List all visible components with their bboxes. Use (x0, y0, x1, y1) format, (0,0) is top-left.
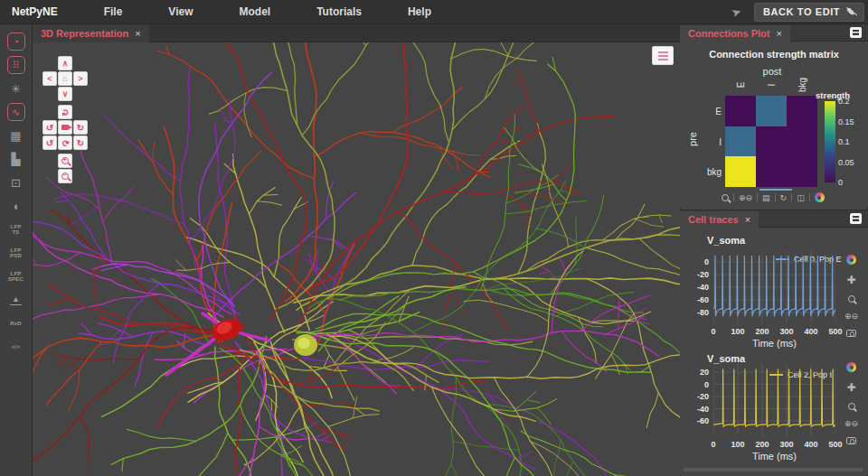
connection-heatmap[interactable] (725, 96, 817, 187)
sidebar-spike-stats[interactable]: ◖ (7, 197, 25, 215)
dendrite-branch (501, 129, 519, 131)
plot-sidebar: ◔⠿✳∿▦▙⊡◖LFP TSLFP PSDLFP SPEC▲RxD</> (0, 24, 33, 476)
zoom-in-out-icon[interactable]: ⊕⊖ (739, 193, 752, 202)
heatmap-cell-bkg-bkg[interactable] (787, 156, 817, 187)
heatmap-cell-bkg-I[interactable] (756, 156, 787, 187)
dendrite-branch (413, 181, 566, 332)
trace-xtick: 300 (779, 440, 793, 449)
pan-icon[interactable]: ✚ (847, 274, 856, 286)
trace-xtick: 200 (755, 327, 769, 336)
menu-help[interactable]: Help (395, 5, 444, 18)
minimize-icon (853, 30, 859, 35)
box-zoom-icon[interactable] (848, 295, 855, 303)
camera-icon[interactable] (846, 437, 856, 444)
back-to-edit-button[interactable]: BACK TO EDIT ✎ (754, 3, 864, 22)
pan-right-button-icon: > (78, 74, 82, 83)
dendrite-branch (138, 139, 174, 194)
menu-file[interactable]: File (91, 5, 136, 18)
heatmap-cell-I-E[interactable] (725, 126, 756, 157)
dendrite-branch (539, 272, 550, 275)
tab-connections-close-icon[interactable]: × (776, 28, 781, 39)
dendrite-branch (233, 154, 285, 332)
menu-model[interactable]: Model (227, 5, 284, 18)
sidebar-cell-traces[interactable]: ∿ (7, 103, 25, 121)
dendrite-branch (274, 197, 301, 276)
dendrite-branch (79, 331, 208, 346)
box-zoom-icon[interactable] (848, 403, 855, 410)
sidebar-raster-plot[interactable]: ⠿ (7, 56, 25, 74)
save-icon[interactable]: ▤ (762, 193, 770, 202)
trace-xlabel: Time (ms) (752, 451, 797, 462)
viewport-3d[interactable]: ∧<⌂>∨↻↺↻↺↻↻+− (33, 42, 680, 476)
heatmap-cell-I-I[interactable] (756, 126, 787, 157)
tab-connections-plot[interactable]: Connections Plot × (680, 25, 790, 42)
record-camera-button[interactable] (58, 120, 72, 135)
zoom-icon[interactable] (722, 194, 729, 201)
sidebar-lfp-psd[interactable]: LFP PSD (7, 244, 25, 262)
pan-down-button[interactable]: ∨ (58, 87, 72, 101)
heatmap-cell-E-bkg[interactable] (787, 96, 817, 126)
sidebar-3d-plot[interactable]: ◔ (7, 33, 25, 51)
dendrite-branch (646, 393, 658, 428)
menu-tutorials[interactable]: Tutorials (304, 5, 374, 18)
sidebar-rxd[interactable]: RxD (7, 314, 25, 332)
hover-icon[interactable]: ◫ (797, 193, 805, 202)
sidebar-network-plot[interactable]: ✳ (7, 79, 25, 98)
camera-icon[interactable] (846, 330, 856, 337)
plotly-logo-icon[interactable] (846, 255, 856, 265)
viewport-menu-button[interactable] (652, 46, 674, 65)
heatmap-cell-E-E[interactable] (725, 96, 756, 126)
roll-cw-button[interactable]: ↻ (73, 135, 88, 150)
zoom-in-button-icon: + (61, 157, 69, 164)
zoom-in-button[interactable]: + (58, 154, 72, 168)
roll-ccw-button[interactable]: ↺ (42, 135, 57, 150)
plotly-logo-icon[interactable] (846, 362, 856, 372)
dendrite-branch (346, 42, 366, 45)
tab-cell-traces-close-icon[interactable]: × (745, 214, 750, 225)
pan-up-button[interactable]: ∧ (58, 56, 72, 70)
menu-view[interactable]: View (156, 5, 205, 18)
trace-plot-area[interactable] (713, 364, 835, 436)
neuron-3d-render[interactable] (33, 42, 680, 476)
sidebar-lfp-spectrogram[interactable]: LFP SPEC (7, 267, 25, 285)
heatmap-axis-indicator (760, 189, 792, 191)
dendrite-branch (509, 279, 651, 324)
sidebar-rate-plot[interactable]: ⊡ (7, 173, 25, 191)
traces-minimize-button[interactable] (850, 213, 862, 224)
magnifier-sign: + (62, 156, 67, 163)
sidebar-lfp-timeseries[interactable]: LFP TS (7, 220, 25, 238)
trace-xtick: 500 (828, 440, 842, 449)
sidebar-python-console[interactable]: </> (7, 338, 25, 356)
zoom-in-out-icon[interactable]: ⊕⊖ (844, 419, 858, 428)
tab-3d-close-icon[interactable]: × (135, 28, 140, 39)
rotate-ccw-button[interactable]: ↺ (42, 120, 57, 135)
reset-icon[interactable]: ↻ (780, 193, 788, 202)
plotly-logo-icon[interactable] (815, 192, 825, 202)
home-button[interactable]: ⌂ (58, 71, 72, 86)
heatmap-ytick-bkg: bkg (700, 167, 722, 177)
dendrite-branch (307, 269, 319, 271)
pan-left-button[interactable]: < (42, 71, 57, 86)
tab-cell-traces[interactable]: Cell traces × (680, 211, 759, 229)
dendrite-branch (105, 116, 181, 181)
heatmap-cell-E-I[interactable] (756, 96, 787, 126)
pan-right-button[interactable]: > (73, 71, 88, 86)
rotate-down-button[interactable]: ↻ (58, 135, 72, 150)
pan-icon[interactable]: ✚ (847, 381, 856, 394)
sidebar-connectivity-matrix[interactable]: ▦ (7, 126, 25, 145)
colorbar-tick-0.1: 0.1 (838, 137, 850, 146)
heatmap-cell-I-bkg[interactable] (787, 126, 817, 157)
sidebar-granger-plot[interactable]: ▲ (7, 291, 25, 309)
trace-plot-area[interactable] (713, 251, 835, 323)
sidebar-spike-histogram[interactable]: ▙ (7, 150, 25, 168)
colorbar-tick-0.15: 0.15 (838, 117, 854, 126)
zoom-out-button[interactable]: − (58, 169, 72, 183)
rocket-icon[interactable]: ➤ (730, 4, 743, 20)
zoom-in-out-icon[interactable]: ⊕⊖ (844, 312, 858, 321)
rotate-up-button[interactable]: ↻ (58, 105, 72, 119)
tab-3d-representation[interactable]: 3D Representation × (33, 24, 149, 42)
heatmap-cell-bkg-E[interactable] (725, 156, 756, 187)
traces-scrollbar[interactable] (683, 468, 863, 471)
connections-minimize-button[interactable] (850, 27, 862, 38)
rotate-cw-button[interactable]: ↻ (73, 120, 88, 135)
